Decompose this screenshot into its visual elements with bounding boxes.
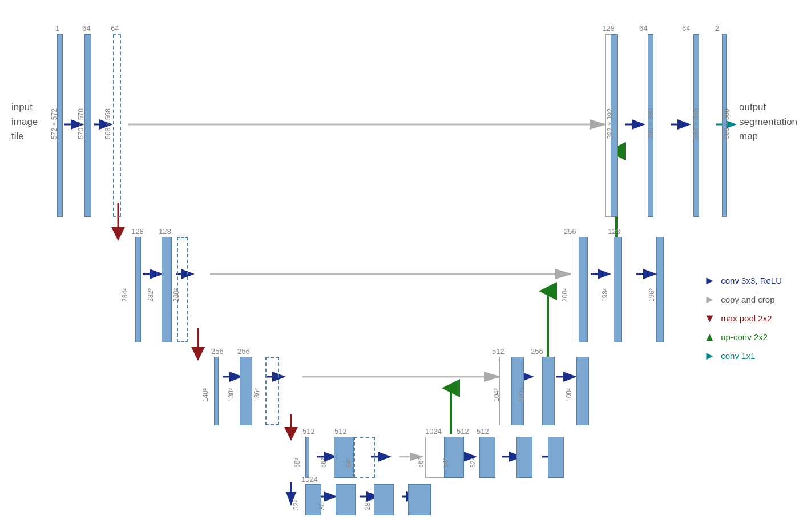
fmap-dec3-white xyxy=(499,357,512,425)
label-ch-64-d1b: 64 xyxy=(682,24,690,33)
label-size-136: 136² xyxy=(253,388,261,402)
output-label: outputsegmentationmap xyxy=(739,100,797,144)
label-ch-256-d2: 256 xyxy=(564,227,576,236)
label-size-572: 572 × 572 xyxy=(50,108,58,139)
fmap-bottom3 xyxy=(374,484,394,515)
legend-arrow-conv1x1: ► xyxy=(704,349,715,362)
label-ch-64b: 64 xyxy=(111,24,119,33)
label-size-138: 138² xyxy=(227,388,235,402)
label-size-392: 392 × 392 xyxy=(606,108,614,139)
legend-label-copy: copy and crop xyxy=(721,295,774,304)
label-ch-512a: 512 xyxy=(302,427,315,436)
legend-arrow-copy: ► xyxy=(704,293,715,306)
label-ch-1: 1 xyxy=(55,24,59,33)
label-ch-1024: 1024 xyxy=(425,427,442,436)
fmap-pool1 xyxy=(135,237,141,342)
label-size-102: 102² xyxy=(518,388,526,402)
label-size-388a: 388 × 388 xyxy=(692,108,700,139)
fmap-conv3b xyxy=(265,357,279,425)
legend-label-upconv: up-conv 2x2 xyxy=(721,332,768,342)
fmap-pool3 xyxy=(305,437,309,478)
fmap-conv4b xyxy=(354,437,375,478)
label-size-388b: 388 × 388 xyxy=(723,108,731,139)
fmap-conv1a xyxy=(84,34,91,217)
label-ch-128-d1: 128 xyxy=(602,24,615,33)
legend-upconv: ▲ up-conv 2x2 xyxy=(704,331,782,344)
legend-label-maxpool: max pool 2x2 xyxy=(721,313,772,323)
legend-arrow-conv: ► xyxy=(704,274,715,287)
legend-copy: ► copy and crop xyxy=(704,293,782,306)
label-ch-2-d1: 2 xyxy=(715,24,719,33)
fmap-dec2a xyxy=(579,237,588,342)
label-size-568: 568 × 568 xyxy=(104,108,112,139)
label-size-32: 32² xyxy=(292,500,300,510)
legend-arrow-maxpool: ▼ xyxy=(704,312,715,325)
fmap-bottom4 xyxy=(408,484,431,515)
legend-conv1x1: ► conv 1x1 xyxy=(704,349,782,362)
label-ch-64a: 64 xyxy=(82,24,90,33)
legend-label-conv1x1: conv 1x1 xyxy=(721,351,755,361)
fmap-dec2c xyxy=(656,237,664,342)
label-ch-512-d3: 512 xyxy=(492,347,505,356)
legend-maxpool: ▼ max pool 2x2 xyxy=(704,312,782,325)
fmap-pool2 xyxy=(214,357,219,425)
fmap-bottom2 xyxy=(336,484,356,515)
label-size-100: 100² xyxy=(565,388,573,402)
label-size-56: 56² xyxy=(417,458,425,467)
fmap-dec3c xyxy=(576,357,589,425)
label-size-284: 284² xyxy=(121,288,129,302)
label-size-390: 390 × 390 xyxy=(647,108,655,139)
label-size-28: 28² xyxy=(364,500,372,510)
fmap-dec4c xyxy=(516,437,532,478)
label-size-140: 140² xyxy=(201,388,209,402)
label-ch-128a: 128 xyxy=(131,227,144,236)
fmap-conv2a xyxy=(162,237,172,342)
legend: ► conv 3x3, ReLU ► copy and crop ▼ max p… xyxy=(704,274,782,368)
label-size-66: 66² xyxy=(320,458,328,467)
label-size-282: 282² xyxy=(147,288,155,302)
label-ch-128b: 128 xyxy=(159,227,171,236)
fmap-conv3a xyxy=(240,357,252,425)
fmap-dec3b xyxy=(542,357,555,425)
label-ch-64-d1a: 64 xyxy=(639,24,647,33)
input-label: inputimagetile xyxy=(11,100,38,144)
fmap-dec4a xyxy=(444,437,464,478)
label-ch-256a: 256 xyxy=(211,347,224,356)
legend-conv: ► conv 3x3, ReLU xyxy=(704,274,782,287)
label-ch-256-d3: 256 xyxy=(531,347,543,356)
legend-label-conv: conv 3x3, ReLU xyxy=(721,276,782,285)
label-ch-256b: 256 xyxy=(237,347,250,356)
label-size-30: 30² xyxy=(318,500,326,510)
label-ch-512b: 512 xyxy=(334,427,347,436)
label-size-200: 200² xyxy=(561,288,569,302)
label-ch-512-dec: 512 xyxy=(457,427,469,436)
label-ch-128-d2: 128 xyxy=(608,227,620,236)
label-size-104: 104² xyxy=(493,388,501,402)
label-size-570: 570 × 570 xyxy=(77,108,85,139)
label-size-196: 196² xyxy=(648,288,656,302)
legend-arrow-upconv: ▲ xyxy=(704,331,715,344)
fmap-conv1b xyxy=(113,34,121,217)
label-size-52: 512 xyxy=(477,427,489,436)
label-size-198: 198² xyxy=(601,288,609,302)
label-size-54: 54² xyxy=(442,458,450,467)
label-size-68: 68² xyxy=(293,458,301,467)
fmap-dec4d xyxy=(548,437,564,478)
label-size-52sq: 52² xyxy=(469,458,477,467)
label-size-64: 64² xyxy=(345,458,353,467)
label-size-280: 280² xyxy=(172,288,180,302)
fmap-conv4a xyxy=(334,437,354,478)
fmap-dec4b xyxy=(479,437,495,478)
label-ch-1024-bot: 1024 xyxy=(301,475,318,483)
fmap-dec4-white xyxy=(425,437,445,478)
fmap-dec2b xyxy=(614,237,622,342)
